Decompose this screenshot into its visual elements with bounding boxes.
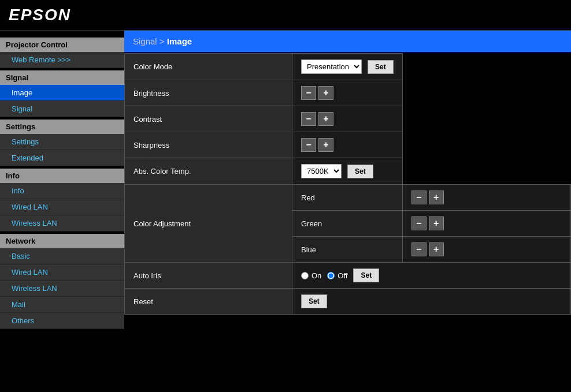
sharpness-plus-button[interactable]: + bbox=[318, 138, 333, 152]
brightness-label: Brightness bbox=[125, 80, 292, 106]
row-abs-color-temp: Abs. Color Temp. 5000K 6500K 7500K 9300K… bbox=[125, 158, 571, 185]
sharpness-stepper: − + bbox=[301, 138, 333, 152]
color-mode-control: Presentation Dynamic Cinema sRGB Blackbo… bbox=[292, 54, 403, 80]
contrast-stepper: − + bbox=[301, 112, 333, 126]
sidebar-item-mail[interactable]: Mail bbox=[0, 297, 124, 313]
sidebar-item-signal[interactable]: Signal bbox=[0, 101, 124, 117]
color-adjustment-green-control: − + bbox=[402, 211, 570, 237]
sidebar-section-signal: Signal bbox=[0, 70, 124, 85]
sidebar-section-info: Info bbox=[0, 169, 124, 183]
abs-color-temp-control: 5000K 6500K 7500K 9300K Set bbox=[292, 158, 403, 185]
row-sharpness: Sharpness − + bbox=[125, 132, 571, 158]
brightness-plus-button[interactable]: + bbox=[318, 86, 333, 100]
sidebar-section-network: Network bbox=[0, 234, 124, 248]
color-adjustment-label: Color Adjustment bbox=[125, 185, 292, 263]
sidebar-item-wireless-lan-net[interactable]: Wireless LAN bbox=[0, 281, 124, 297]
auto-iris-on-radio[interactable] bbox=[301, 272, 309, 279]
row-color-mode: Color Mode Presentation Dynamic Cinema s… bbox=[125, 54, 571, 80]
auto-iris-on-label[interactable]: On bbox=[301, 271, 321, 280]
color-adjustment-green-label: Green bbox=[292, 211, 403, 237]
color-mode-select[interactable]: Presentation Dynamic Cinema sRGB Blackbo… bbox=[301, 59, 362, 74]
header: EPSON bbox=[0, 0, 571, 31]
row-contrast: Contrast − + bbox=[125, 106, 571, 132]
page-header: Signal > Image bbox=[124, 31, 571, 53]
brightness-minus-button[interactable]: − bbox=[301, 86, 316, 100]
auto-iris-label: Auto Iris bbox=[125, 263, 292, 289]
auto-iris-off-text: Off bbox=[338, 271, 347, 280]
sharpness-control: − + bbox=[292, 132, 403, 158]
settings-table: Color Mode Presentation Dynamic Cinema s… bbox=[124, 53, 571, 315]
sidebar-item-settings[interactable]: Settings bbox=[0, 134, 124, 150]
layout: Projector Control Web Remote >>> Signal … bbox=[0, 31, 571, 392]
color-adjustment-blue-label: Blue bbox=[292, 237, 403, 263]
row-auto-iris: Auto Iris On Off Set bbox=[125, 263, 571, 289]
sharpness-minus-button[interactable]: − bbox=[301, 138, 316, 152]
green-stepper: − + bbox=[411, 216, 444, 230]
auto-iris-off-label[interactable]: Off bbox=[327, 271, 347, 280]
color-mode-controls: Presentation Dynamic Cinema sRGB Blackbo… bbox=[301, 59, 394, 74]
red-minus-button[interactable]: − bbox=[411, 191, 427, 204]
color-adjustment-blue-control: − + bbox=[402, 237, 570, 263]
auto-iris-off-radio[interactable] bbox=[327, 272, 335, 279]
reset-label: Reset bbox=[125, 289, 292, 315]
color-adjustment-red-control: − + bbox=[402, 185, 570, 211]
contrast-plus-button[interactable]: + bbox=[318, 112, 333, 126]
color-mode-label: Color Mode bbox=[125, 54, 292, 80]
sidebar-item-info[interactable]: Info bbox=[0, 183, 124, 199]
row-brightness: Brightness − + bbox=[125, 80, 571, 106]
blue-plus-button[interactable]: + bbox=[429, 242, 444, 256]
blue-minus-button[interactable]: − bbox=[411, 242, 427, 256]
sidebar-item-web-remote[interactable]: Web Remote >>> bbox=[0, 52, 124, 68]
sidebar-section-projector-control: Projector Control bbox=[0, 38, 124, 52]
row-color-adjustment-red: Color Adjustment Red − + bbox=[125, 185, 571, 211]
contrast-control: − + bbox=[292, 106, 403, 132]
abs-color-temp-select[interactable]: 5000K 6500K 7500K 9300K bbox=[301, 164, 342, 178]
abs-color-temp-controls: 5000K 6500K 7500K 9300K Set bbox=[301, 164, 394, 178]
main-content: Signal > Image Color Mode Presentation D… bbox=[124, 31, 571, 392]
sidebar-item-wired-lan-net[interactable]: Wired LAN bbox=[0, 264, 124, 281]
auto-iris-controls: On Off Set bbox=[301, 268, 562, 282]
sidebar-item-others[interactable]: Others bbox=[0, 313, 124, 329]
sidebar-item-image[interactable]: Image bbox=[0, 85, 124, 101]
contrast-minus-button[interactable]: − bbox=[301, 112, 316, 126]
sidebar-item-extended[interactable]: Extended bbox=[0, 150, 124, 166]
green-plus-button[interactable]: + bbox=[429, 216, 444, 230]
green-minus-button[interactable]: − bbox=[411, 216, 427, 230]
epson-logo: EPSON bbox=[9, 6, 562, 24]
reset-control: Set bbox=[292, 289, 571, 315]
red-stepper: − + bbox=[411, 191, 444, 204]
auto-iris-set-button[interactable]: Set bbox=[353, 268, 379, 282]
auto-iris-control: On Off Set bbox=[292, 263, 571, 289]
sidebar-item-basic[interactable]: Basic bbox=[0, 248, 124, 264]
sidebar-item-wired-lan-info[interactable]: Wired LAN bbox=[0, 199, 124, 215]
reset-set-button[interactable]: Set bbox=[301, 294, 327, 308]
blue-stepper: − + bbox=[411, 242, 444, 256]
red-plus-button[interactable]: + bbox=[429, 191, 444, 204]
brightness-stepper: − + bbox=[301, 86, 333, 100]
sidebar: Projector Control Web Remote >>> Signal … bbox=[0, 31, 124, 392]
brightness-control: − + bbox=[292, 80, 403, 106]
sidebar-section-settings: Settings bbox=[0, 120, 124, 134]
page-title: Image bbox=[167, 36, 192, 46]
color-mode-set-button[interactable]: Set bbox=[368, 60, 394, 74]
color-adjustment-red-label: Red bbox=[292, 185, 403, 211]
sharpness-label: Sharpness bbox=[125, 132, 292, 158]
contrast-label: Contrast bbox=[125, 106, 292, 132]
abs-color-temp-label: Abs. Color Temp. bbox=[125, 158, 292, 185]
breadcrumb: Signal > bbox=[133, 36, 165, 46]
row-reset: Reset Set bbox=[125, 289, 571, 315]
abs-color-temp-set-button[interactable]: Set bbox=[347, 165, 373, 178]
auto-iris-on-text: On bbox=[312, 271, 321, 280]
sidebar-item-wireless-lan-info[interactable]: Wireless LAN bbox=[0, 215, 124, 232]
